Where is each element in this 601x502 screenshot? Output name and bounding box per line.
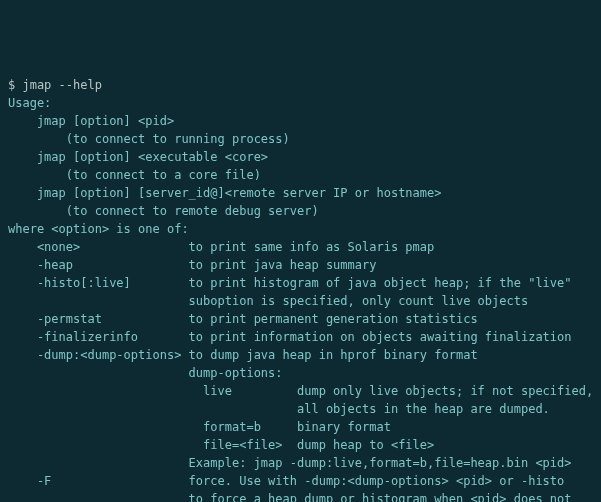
option-finalizerinfo: -finalizerinfo to print information on o… xyxy=(8,328,593,346)
usage-line: jmap [option] <executable <core> xyxy=(8,148,593,166)
usage-line: jmap [option] <pid> xyxy=(8,112,593,130)
option-force: -F force. Use with -dump:<dump-options> … xyxy=(8,472,593,490)
terminal-output: $ jmap --helpUsage: jmap [option] <pid> … xyxy=(8,76,593,502)
options-header: where <option> is one of: xyxy=(8,220,593,238)
option-permstat: -permstat to print permanent generation … xyxy=(8,310,593,328)
usage-header: Usage: xyxy=(8,94,593,112)
dump-option-live-cont: all objects in the heap are dumped. xyxy=(8,400,593,418)
option-histo: -histo[:live] to print histogram of java… xyxy=(8,274,593,292)
usage-desc: (to connect to a core file) xyxy=(8,166,593,184)
option-histo-cont: suboption is specified, only count live … xyxy=(8,292,593,310)
option-dump: -dump:<dump-options> to dump java heap i… xyxy=(8,346,593,364)
dump-option-format: format=b binary format xyxy=(8,418,593,436)
usage-line: jmap [option] [server_id@]<remote server… xyxy=(8,184,593,202)
usage-desc: (to connect to remote debug server) xyxy=(8,202,593,220)
option-none: <none> to print same info as Solaris pma… xyxy=(8,238,593,256)
dump-option-live: live dump only live objects; if not spec… xyxy=(8,382,593,400)
usage-desc: (to connect to running process) xyxy=(8,130,593,148)
dump-options-header: dump-options: xyxy=(8,364,593,382)
dump-option-file: file=<file> dump heap to <file> xyxy=(8,436,593,454)
command-line: $ jmap --help xyxy=(8,76,593,94)
option-force-cont: to force a heap dump or histogram when <… xyxy=(8,490,593,502)
option-heap: -heap to print java heap summary xyxy=(8,256,593,274)
dump-example: Example: jmap -dump:live,format=b,file=h… xyxy=(8,454,593,472)
